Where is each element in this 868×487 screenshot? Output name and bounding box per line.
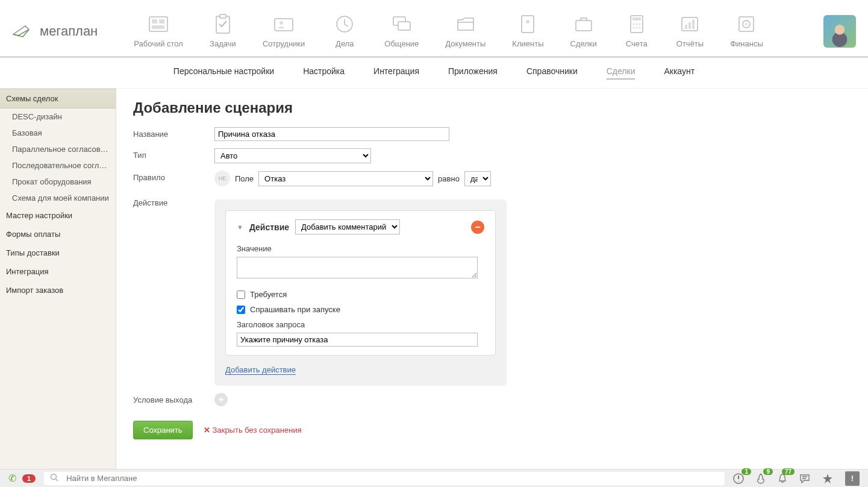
svg-point-17 (635, 24, 637, 25)
top-navbar: мегаплан Рабочий стол Задачи Сотрудники … (0, 0, 868, 58)
cancel-link[interactable]: ✕Закрыть без сохранения (204, 426, 302, 435)
nav-label: Счета (626, 39, 648, 48)
collapse-icon[interactable]: ▼ (237, 224, 243, 231)
bottom-bar: ✆ 1 1 9 77 ! (0, 469, 868, 487)
subnav-apps[interactable]: Приложения (448, 66, 498, 80)
subnav-settings[interactable]: Настройка (303, 66, 345, 80)
fire-icon[interactable]: 9 (756, 473, 766, 484)
delete-action-button[interactable]: − (471, 221, 484, 234)
info-button[interactable]: ! (845, 471, 860, 486)
type-label: Тип (133, 148, 214, 163)
nav-label: Задачи (210, 39, 236, 48)
svg-rect-5 (220, 14, 226, 18)
equals-label: равно (438, 174, 460, 183)
svg-point-21 (639, 27, 640, 29)
logo[interactable]: мегаплан (12, 22, 98, 40)
add-exit-button[interactable]: + (214, 393, 228, 406)
logo-icon (12, 22, 36, 40)
action-label: Действие (133, 196, 214, 386)
nav-label: Финансы (730, 39, 763, 48)
svg-rect-15 (632, 17, 641, 20)
folder-icon (452, 14, 479, 34)
nav-employees[interactable]: Сотрудники (263, 14, 305, 48)
sidebar-delivery[interactable]: Типы доставки (0, 244, 116, 262)
field-label: Поле (235, 174, 254, 183)
badge: 1 (742, 468, 751, 475)
not-badge[interactable]: НЕ (214, 171, 230, 186)
close-icon: ✕ (204, 426, 210, 435)
nav-label: Отчёты (676, 39, 704, 48)
subnav-personal[interactable]: Персональные настройки (173, 66, 274, 80)
message-icon[interactable] (799, 474, 810, 483)
phone-icon[interactable]: ✆ (8, 473, 16, 484)
main-content: Добавление сценария Название Тип Авто Пр… (116, 89, 868, 471)
nav-chat[interactable]: Общение (384, 14, 419, 48)
cancel-label: Закрыть без сохранения (213, 426, 302, 435)
alert-icon[interactable]: 1 (733, 473, 744, 484)
action-card: ▼ Действие Добавить комментарий − Значен… (214, 200, 507, 386)
search-bar[interactable] (44, 472, 725, 485)
required-checkbox[interactable]: Требуется (237, 290, 484, 299)
svg-point-28 (745, 23, 748, 25)
nav-clients[interactable]: Клиенты (512, 14, 543, 48)
svg-point-12 (526, 20, 529, 24)
nav-desktop[interactable]: Рабочий стол (134, 14, 183, 48)
sidebar-payment[interactable]: Формы оплаты (0, 225, 116, 244)
book-icon (514, 14, 541, 34)
nav-deals[interactable]: Сделки (570, 14, 596, 48)
badge: 9 (763, 468, 773, 475)
svg-rect-24 (688, 22, 691, 29)
tasks-icon (210, 14, 236, 34)
nav-affairs[interactable]: Дела (331, 14, 358, 48)
svg-point-18 (639, 24, 640, 25)
sidebar-scheme-item[interactable]: Прокат оборудования (0, 174, 116, 190)
subnav-directories[interactable]: Справочники (526, 66, 578, 80)
svg-rect-23 (685, 25, 687, 29)
svg-rect-25 (692, 20, 695, 29)
safe-icon (733, 14, 760, 34)
subnav-integration[interactable]: Интеграция (373, 66, 419, 80)
sidebar-integration[interactable]: Интеграция (0, 262, 116, 281)
equals-select[interactable]: да (464, 171, 491, 186)
sidebar-scheme-item[interactable]: Схема для моей компании (0, 190, 116, 206)
name-input[interactable] (214, 127, 449, 141)
nav-invoices[interactable]: Счета (623, 14, 650, 48)
ask-checkbox[interactable]: Спрашивать при запуске (237, 305, 484, 314)
prompt-label: Заголовок запроса (237, 320, 484, 329)
svg-rect-10 (398, 22, 410, 30)
prompt-input[interactable] (237, 333, 478, 347)
employees-icon (270, 14, 297, 34)
sidebar-scheme-item[interactable]: DESC-дизайн (0, 108, 116, 125)
search-icon (50, 473, 58, 483)
nav-tasks[interactable]: Задачи (210, 14, 236, 48)
search-input[interactable] (63, 472, 719, 485)
sidebar-import[interactable]: Импорт заказов (0, 281, 116, 300)
sidebar-scheme-item[interactable]: Последовательное согласов... (0, 157, 116, 174)
clock-icon (331, 14, 358, 34)
add-action-link[interactable]: Добавить действие (225, 365, 296, 375)
action-select[interactable]: Добавить комментарий (295, 219, 400, 234)
nav-label: Сделки (570, 39, 596, 48)
field-select[interactable]: Отказ (258, 171, 433, 186)
bell-icon[interactable]: 77 (778, 473, 787, 484)
sidebar-scheme-item[interactable]: Базовая (0, 125, 116, 141)
rule-label: Правило (133, 171, 214, 186)
value-textarea[interactable] (237, 257, 478, 278)
nav-finance[interactable]: Финансы (730, 14, 763, 48)
sidebar-schemes-header[interactable]: Схемы сделок (0, 89, 116, 108)
user-avatar[interactable] (823, 15, 856, 48)
star-icon[interactable] (822, 473, 833, 484)
required-checkbox-input[interactable] (237, 291, 245, 299)
subnav-account[interactable]: Аккаунт (664, 66, 695, 80)
subnav-deals[interactable]: Сделки (607, 66, 635, 80)
nav-reports[interactable]: Отчёты (676, 14, 704, 48)
nav-label: Рабочий стол (134, 39, 183, 48)
sidebar: Схемы сделок DESC-дизайн Базовая Паралле… (0, 89, 116, 471)
save-button[interactable]: Сохранить (133, 421, 193, 439)
sidebar-master[interactable]: Мастер настройки (0, 206, 116, 225)
briefcase-icon (570, 14, 597, 34)
ask-checkbox-input[interactable] (237, 306, 245, 314)
nav-docs[interactable]: Документы (445, 14, 486, 48)
sidebar-scheme-item[interactable]: Параллельное согласование (0, 141, 116, 157)
type-select[interactable]: Авто (214, 148, 371, 163)
